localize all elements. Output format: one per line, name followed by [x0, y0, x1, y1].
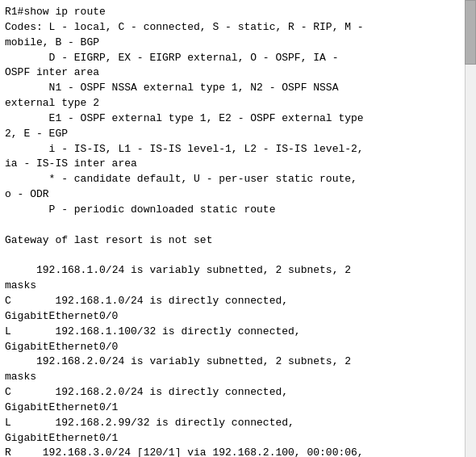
scrollbar[interactable] — [465, 0, 476, 457]
terminal-output: R1#show ip route Codes: L - local, C - c… — [5, 5, 470, 457]
terminal-window: R1#show ip route Codes: L - local, C - c… — [0, 0, 476, 457]
scrollbar-thumb[interactable] — [465, 0, 476, 65]
